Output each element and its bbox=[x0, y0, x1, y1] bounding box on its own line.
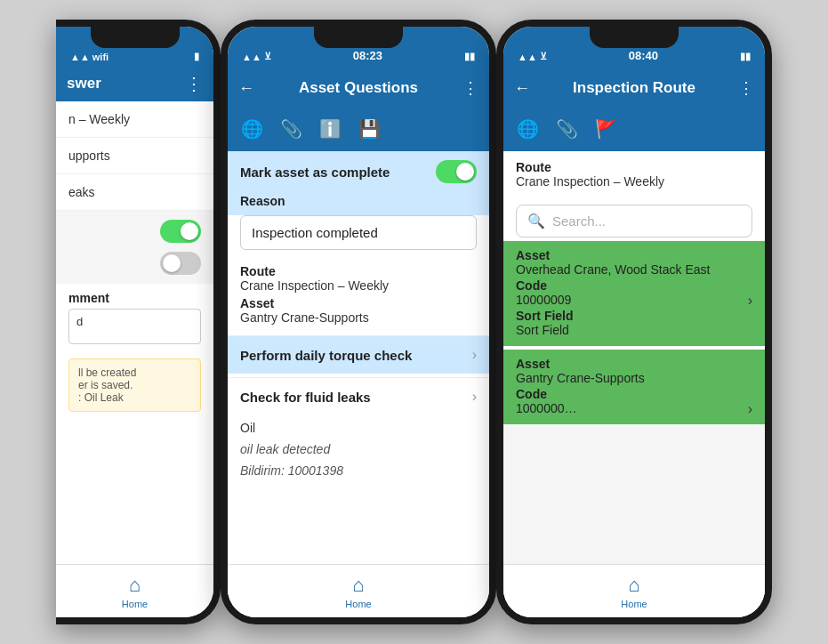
code-value-2: 1000000… bbox=[516, 401, 577, 415]
home-label-right: Home bbox=[621, 599, 647, 609]
middle-title: Asset Questions bbox=[263, 79, 454, 97]
time-right: 08:40 bbox=[629, 49, 658, 62]
task-2-text: Check for fluid leaks bbox=[240, 390, 371, 405]
sub-item-3: Bildirim: 10001398 bbox=[228, 460, 489, 481]
home-label-middle: Home bbox=[345, 599, 371, 609]
list-item[interactable]: upports bbox=[56, 138, 213, 174]
left-items-list: n – Weekly upports eaks bbox=[56, 101, 213, 211]
search-placeholder-r: Search... bbox=[552, 213, 606, 229]
code-row-2: 1000000… › bbox=[516, 401, 752, 417]
asset-card-1[interactable]: Asset Overhead Crane, Wood Stack East Co… bbox=[503, 241, 765, 346]
asset-value-m: Gantry Crane-Supports bbox=[240, 310, 477, 325]
save-icon[interactable]: 💾 bbox=[356, 116, 382, 142]
middle-body: Mark asset as complete Reason Inspection… bbox=[228, 151, 489, 617]
bottom-nav-right: ⌂ Home bbox=[503, 564, 765, 617]
task-item-2[interactable]: Check for fluid leaks › bbox=[228, 377, 489, 415]
code-value-1: 10000009 bbox=[516, 293, 571, 307]
left-menu-icon[interactable]: ⋮ bbox=[185, 73, 203, 94]
right-title: Inspection Route bbox=[539, 79, 729, 97]
battery-icon-left: ▮ bbox=[194, 51, 199, 62]
search-icon-r: 🔍 bbox=[527, 213, 545, 229]
globe-icon[interactable]: 🌐 bbox=[238, 116, 265, 142]
mark-complete-row: Mark asset as complete bbox=[228, 151, 489, 192]
code-label-2: Code bbox=[516, 387, 752, 401]
menu-icon-middle[interactable]: ⋮ bbox=[462, 78, 478, 98]
home-icon-right[interactable]: ⌂ bbox=[628, 574, 639, 597]
list-item[interactable]: n – Weekly bbox=[56, 101, 213, 138]
info-section-middle: Route Crane Inspection – Weekly Asset Ga… bbox=[228, 259, 489, 334]
asset-label-1: Asset bbox=[516, 248, 752, 262]
notification-box: ll be created er is saved. : Oil Leak bbox=[68, 358, 201, 412]
chevron-icon-1: › bbox=[472, 347, 477, 363]
notch-right bbox=[590, 27, 679, 48]
asset-card-2[interactable]: Asset Gantry Crane-Supports Code 1000000… bbox=[503, 350, 765, 424]
route-label-m: Route bbox=[240, 264, 477, 278]
sort-value-1: Sort Field bbox=[516, 323, 752, 337]
reason-input[interactable]: Inspection completed bbox=[240, 215, 477, 250]
battery-middle: ▮▮ bbox=[464, 51, 475, 62]
bottom-nav-middle: ⌂ Home bbox=[228, 564, 489, 617]
back-button-middle[interactable]: ← bbox=[238, 79, 254, 98]
asset-chevron-2: › bbox=[748, 401, 752, 417]
comment-label: mment bbox=[68, 291, 201, 305]
bottom-nav-left: ⌂ Home bbox=[56, 564, 213, 617]
comment-input[interactable]: d bbox=[68, 309, 201, 344]
flag-icon-r[interactable]: 🚩 bbox=[592, 116, 619, 142]
toggles-section bbox=[56, 211, 213, 284]
notch bbox=[91, 27, 180, 48]
home-icon-left[interactable]: ⌂ bbox=[129, 574, 141, 597]
sub-item-2: oil leak detected bbox=[228, 439, 489, 460]
info-icon[interactable]: ℹ️ bbox=[317, 116, 343, 142]
route-value-m: Crane Inspection – Weekly bbox=[240, 278, 477, 293]
toggle-off[interactable] bbox=[160, 252, 201, 275]
menu-icon-right[interactable]: ⋮ bbox=[738, 78, 754, 98]
signal-icon-m: ▲▲ bbox=[242, 52, 261, 62]
toggle-row-2 bbox=[68, 252, 201, 275]
signal-icon: ▲▲ bbox=[70, 52, 90, 62]
chevron-icon-2: › bbox=[472, 389, 477, 405]
wifi-icon-m: ⊻ bbox=[264, 51, 271, 62]
asset-label-2: Asset bbox=[516, 357, 752, 371]
complete-toggle[interactable] bbox=[436, 160, 477, 183]
notch-middle bbox=[314, 27, 403, 48]
task-1-text: Perform daily torque check bbox=[240, 348, 412, 363]
task-item-1[interactable]: Perform daily torque check › bbox=[228, 335, 489, 374]
middle-header: ← Asset Questions ⋮ bbox=[228, 66, 489, 110]
sub-item-1: Oil bbox=[228, 417, 489, 439]
route-label-r: Route bbox=[516, 160, 752, 174]
list-item[interactable]: eaks bbox=[56, 174, 213, 211]
asset-value-2: Gantry Crane-Supports bbox=[516, 371, 752, 385]
home-icon-middle[interactable]: ⌂ bbox=[352, 574, 364, 597]
reason-label: Reason bbox=[228, 192, 489, 215]
battery-right: ▮▮ bbox=[740, 51, 751, 62]
code-label-1: Code bbox=[516, 278, 752, 293]
route-value-r: Crane Inspection – Weekly bbox=[516, 174, 752, 189]
phones-container: ▲▲ wifi ▮ swer ⋮ n – Weekly upports eaks bbox=[0, 0, 828, 644]
signal-icons-left: ▲▲ wifi bbox=[70, 52, 109, 62]
asset-value-1: Overhead Crane, Wood Stack East bbox=[516, 262, 752, 277]
notification-text: ll be created er is saved. : Oil Leak bbox=[78, 366, 136, 404]
icon-toolbar-middle: 🌐 📎 ℹ️ 💾 bbox=[228, 110, 489, 151]
attachment-icon[interactable]: 📎 bbox=[277, 116, 304, 142]
middle-phone: ▲▲ ⊻ 08:23 ▮▮ ← Asset Questions ⋮ 🌐 📎 ℹ️… bbox=[221, 20, 496, 624]
back-button-right[interactable]: ← bbox=[514, 79, 530, 98]
toggle-on[interactable] bbox=[160, 220, 201, 243]
signal-icon-r: ▲▲ bbox=[518, 52, 537, 62]
time-middle: 08:23 bbox=[353, 49, 382, 62]
left-phone: ▲▲ wifi ▮ swer ⋮ n – Weekly upports eaks bbox=[56, 20, 221, 624]
right-phone: ▲▲ ⊻ 08:40 ▮▮ ← Inspection Route ⋮ 🌐 📎 🚩 bbox=[496, 20, 772, 624]
attachment-icon-r[interactable]: 📎 bbox=[553, 116, 580, 142]
search-bar-r[interactable]: 🔍 Search... bbox=[516, 205, 752, 237]
asset-label-m: Asset bbox=[240, 296, 477, 310]
globe-icon-r[interactable]: 🌐 bbox=[514, 116, 541, 142]
sort-label-1: Sort Field bbox=[516, 309, 752, 323]
wifi-icon-r: ⊻ bbox=[540, 51, 547, 62]
asset-chevron-1: › bbox=[748, 293, 752, 309]
icon-toolbar-right: 🌐 📎 🚩 bbox=[503, 110, 765, 151]
signal-middle: ▲▲ ⊻ bbox=[242, 51, 271, 62]
code-row-1: 10000009 › bbox=[516, 293, 752, 309]
route-section: Route Crane Inspection – Weekly bbox=[503, 151, 765, 199]
toggle-row-1 bbox=[68, 220, 201, 243]
right-body: Route Crane Inspection – Weekly 🔍 Search… bbox=[503, 151, 765, 617]
toggle-label-middle: Mark asset as complete bbox=[240, 165, 390, 180]
